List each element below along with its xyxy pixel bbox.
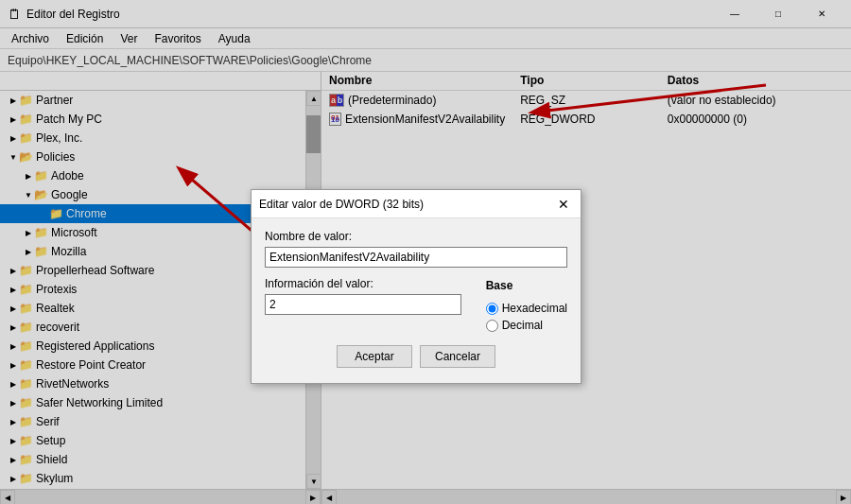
name-input[interactable] — [265, 247, 567, 268]
radio-dec-input[interactable] — [486, 320, 498, 332]
base-label: Base — [486, 279, 567, 292]
dialog-title: Editar valor de DWORD (32 bits) — [259, 198, 424, 211]
value-col: Información del valor: — [265, 277, 461, 332]
info-label: Información del valor: — [265, 277, 461, 290]
ok-button[interactable]: Aceptar — [337, 345, 412, 368]
dialog-body: Nombre de valor: Información del valor: … — [252, 218, 581, 383]
name-label: Nombre de valor: — [265, 230, 567, 243]
value-input[interactable] — [265, 294, 461, 315]
cancel-button[interactable]: Cancelar — [420, 345, 495, 368]
radio-hex-input[interactable] — [486, 303, 498, 315]
radio-hex[interactable]: Hexadecimal — [486, 302, 567, 315]
dialog-buttons: Aceptar Cancelar — [265, 345, 567, 372]
dword-dialog: Editar valor de DWORD (32 bits) ✕ Nombre… — [251, 189, 582, 384]
dialog-titlebar: Editar valor de DWORD (32 bits) ✕ — [252, 190, 581, 218]
value-section: Información del valor: Base Hexadecimal … — [265, 277, 567, 332]
dialog-close-button[interactable]: ✕ — [554, 195, 573, 214]
base-col: Base Hexadecimal Decimal — [471, 277, 567, 332]
radio-dec[interactable]: Decimal — [486, 319, 567, 332]
